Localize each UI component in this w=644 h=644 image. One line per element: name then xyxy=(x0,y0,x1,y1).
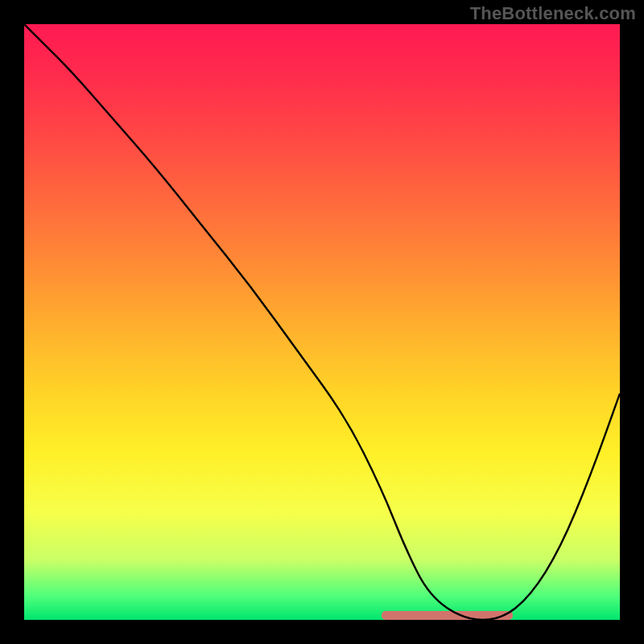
watermark-text: TheBottleneck.com xyxy=(470,3,636,24)
plot-area xyxy=(24,24,620,620)
curve-line xyxy=(24,24,620,620)
optimal-segment xyxy=(382,611,513,620)
chart-stage: TheBottleneck.com xyxy=(0,0,644,644)
